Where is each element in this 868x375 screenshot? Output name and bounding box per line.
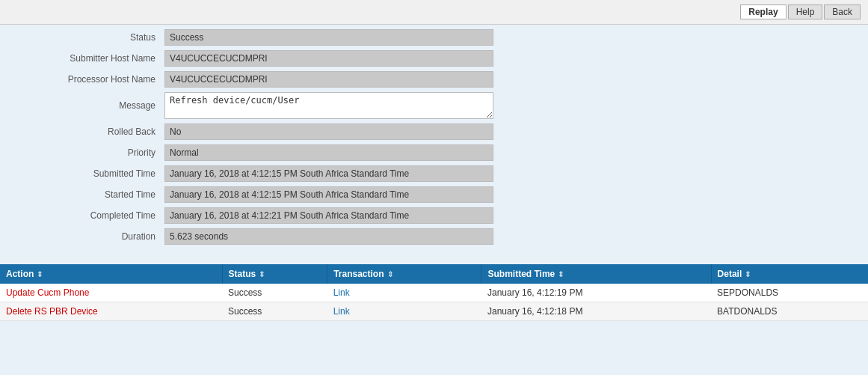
title-bar: Replay Help Back [0,0,868,25]
form-label: Submitted Time [15,168,164,179]
form-label: Processor Host Name [15,74,164,85]
cell-detail: SEPDONALDS [711,284,868,302]
form-label: Priority [15,147,164,158]
column-header-status[interactable]: Status⇕ [222,264,327,284]
form-label: Rolled Back [15,126,164,137]
replay-button[interactable]: Replay [740,4,786,19]
back-button[interactable]: Back [824,4,861,19]
transaction-form: StatusSuccessSubmitter Host NameV4UCUCCE… [0,25,868,257]
column-header-submitted-time[interactable]: Submitted Time⇕ [481,264,711,284]
table-row: Delete RS PBR DeviceSuccessLinkJanuary 1… [0,302,868,321]
cell-submitted-time: January 16, 4:12:19 PM [481,284,711,302]
form-row-status: StatusSuccess [15,29,853,46]
form-value: January 16, 2018 at 4:12:21 PM South Afr… [164,207,493,224]
form-label: Started Time [15,189,164,200]
form-row-started-time: Started TimeJanuary 16, 2018 at 4:12:15 … [15,186,853,203]
cell-action: Delete RS PBR Device [0,302,222,321]
form-label: Duration [15,231,164,242]
form-label: Status [15,32,164,43]
table-row: Update Cucm PhoneSuccessLinkJanuary 16, … [0,284,868,302]
sort-icon: ⇕ [37,270,43,278]
form-value: 5.623 seconds [164,228,493,245]
transaction-link[interactable]: Link [333,287,350,298]
form-row-message: Message [15,92,853,119]
cell-submitted-time: January 16, 4:12:18 PM [481,302,711,321]
action-link[interactable]: Delete RS PBR Device [6,306,98,317]
form-row-completed-time: Completed TimeJanuary 16, 2018 at 4:12:2… [15,207,853,224]
title-bar-buttons: Replay Help Back [740,4,861,19]
action-link[interactable]: Update Cucm Phone [6,287,89,298]
form-value: January 16, 2018 at 4:12:15 PM South Afr… [164,165,493,182]
sort-icon: ⇕ [259,270,265,278]
sub-transactions-table: Action⇕Status⇕Transaction⇕Submitted Time… [0,264,868,321]
help-button[interactable]: Help [788,4,823,19]
form-row-processor-host-name: Processor Host NameV4UCUCCECUCDMPRI [15,71,853,88]
form-row-submitted-time: Submitted TimeJanuary 16, 2018 at 4:12:1… [15,165,853,182]
column-header-transaction[interactable]: Transaction⇕ [327,264,481,284]
cell-detail: BATDONALDS [711,302,868,321]
cell-action: Update Cucm Phone [0,284,222,302]
form-label: Completed Time [15,210,164,221]
form-label: Submitter Host Name [15,53,164,64]
transaction-link[interactable]: Link [333,306,350,317]
form-value: January 16, 2018 at 4:12:15 PM South Afr… [164,186,493,203]
form-value: V4UCUCCECUCDMPRI [164,71,493,88]
form-value: No [164,124,493,140]
form-value: Success [164,29,493,46]
form-label: Message [15,100,164,111]
form-row-submitter-host-name: Submitter Host NameV4UCUCCECUCDMPRI [15,50,853,67]
cell-transaction: Link [327,284,481,302]
form-value: Normal [164,144,493,161]
column-header-detail[interactable]: Detail⇕ [711,264,868,284]
sort-icon: ⇕ [558,270,564,278]
cell-transaction: Link [327,302,481,321]
cell-status: Success [222,284,327,302]
form-row-duration: Duration5.623 seconds [15,228,853,245]
form-value: V4UCUCCECUCDMPRI [164,50,493,67]
sort-icon: ⇕ [387,270,393,278]
form-row-priority: PriorityNormal [15,144,853,161]
form-value-message[interactable] [164,92,493,119]
table-header-row: Action⇕Status⇕Transaction⇕Submitted Time… [0,264,868,284]
table-body: Update Cucm PhoneSuccessLinkJanuary 16, … [0,284,868,321]
form-row-rolled-back: Rolled BackNo [15,124,853,140]
cell-status: Success [222,302,327,321]
sub-transactions-section: Action⇕Status⇕Transaction⇕Submitted Time… [0,264,868,321]
sub-transactions-table-container: Action⇕Status⇕Transaction⇕Submitted Time… [0,264,868,321]
column-header-action[interactable]: Action⇕ [0,264,222,284]
sort-icon: ⇕ [745,270,751,278]
